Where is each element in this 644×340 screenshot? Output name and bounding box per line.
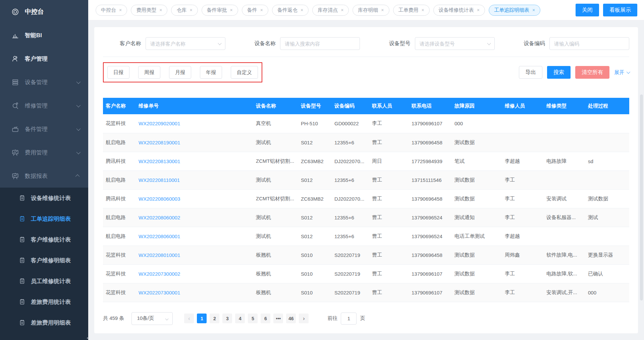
sidebar-subitem-employee-repair-stats[interactable]: 员工维修统计表 (0, 271, 88, 291)
goto-page: 前往 页 (327, 313, 365, 325)
table-cell: WX202207300002 (136, 264, 253, 283)
sidebar-subitem-travel-cost-stats[interactable]: 差旅费用统计表 (0, 291, 88, 312)
order-number-link[interactable]: WX202208190001 (139, 140, 180, 145)
page-button-3[interactable]: 3 (222, 314, 232, 323)
tab-list: 中控台 × 费用类型 × 仓库 × 备件审批 × 备件 × 备件返仓 × 库存清… (96, 5, 572, 16)
tab-inventory-check[interactable]: 库存清点 × (312, 5, 349, 16)
close-icon[interactable]: × (381, 8, 384, 12)
sidebar-item-cost-mgmt[interactable]: 费用管理 (0, 141, 88, 164)
goto-page-input[interactable] (341, 313, 357, 325)
sidebar-collapse-handle[interactable]: ◂ (87, 336, 89, 340)
close-icon[interactable]: × (159, 8, 162, 12)
close-icon[interactable]: × (532, 8, 535, 12)
table-header-row: 客户名称维修单号设备名称设备型号设备编码联系人员联系电话故障原因维修人员维修类型… (103, 98, 629, 114)
close-icon[interactable]: × (477, 8, 480, 12)
device-model-select[interactable] (415, 37, 495, 50)
tab-warehouse[interactable]: 仓库 × (171, 5, 198, 16)
table-cell: 13790696458 (409, 246, 452, 264)
page-button-1[interactable]: 1 (197, 314, 207, 323)
close-icon[interactable]: × (260, 8, 263, 12)
report-range-monthly[interactable]: 月报 (169, 66, 191, 79)
device-name-input[interactable] (280, 37, 360, 50)
tab-workorder-cost[interactable]: 工单费用 × (393, 5, 430, 16)
report-range-yearly[interactable]: 年报 (200, 66, 222, 79)
page-button-2[interactable]: 2 (210, 314, 219, 323)
table-cell: 13790696458 (409, 133, 452, 152)
sidebar-item-data-report[interactable]: 数据报表 (0, 164, 88, 188)
sidebar: 中控台 智能BI 客户管理 设备管理 维修管理 备件管理 费用管理 数据报表 设… (0, 0, 88, 340)
close-icon[interactable]: × (190, 8, 192, 12)
table-cell: 航启电路 (103, 227, 136, 246)
order-number-link[interactable]: WX202208060003 (139, 196, 180, 202)
order-number-link[interactable]: WX202208130001 (139, 158, 180, 164)
customer-name-select[interactable] (146, 37, 225, 50)
sidebar-subitem-workorder-tracking-detail[interactable]: 工单追踪明细表 (0, 208, 88, 229)
table-cell: 曹工 (369, 171, 409, 189)
page-button-46[interactable]: 46 (286, 314, 296, 323)
search-button[interactable]: 搜索 (547, 66, 571, 79)
order-number-link[interactable]: WX202207300002 (139, 271, 180, 277)
tab-workorder-tracking-detail[interactable]: 工单追踪明细表 × (489, 5, 540, 16)
sidebar-item-customer-mgmt[interactable]: 客户管理 (0, 47, 88, 70)
repair-icon (11, 102, 19, 110)
tab-console[interactable]: 中控台 × (96, 5, 127, 16)
tab-parts-approval[interactable]: 备件审批 × (202, 5, 238, 16)
sidebar-item-repair-mgmt[interactable]: 维修管理 (0, 94, 88, 117)
sidebar-item-label: 设备管理 (25, 78, 71, 86)
table-cell: WX202208060002 (136, 208, 253, 227)
table-cell: S012 (298, 227, 332, 246)
sidebar-subitem-customer-repair-stats[interactable]: 客户维修统计表 (0, 229, 88, 250)
page-size-value: 10条/页 (137, 315, 154, 322)
sidebar-item-parts-mgmt[interactable]: 备件管理 (0, 117, 88, 141)
page-button-4[interactable]: 4 (235, 314, 245, 323)
table-cell: WX202208060001 (136, 227, 253, 246)
sidebar-subitem-travel-cost-detail[interactable]: 差旅费用明细表 (0, 312, 88, 333)
tab-parts[interactable]: 备件 × (242, 5, 268, 16)
tab-parts-return[interactable]: 备件返仓 × (272, 5, 309, 16)
table-cell: 测试数据 (452, 133, 502, 152)
order-number-link[interactable]: WX202208060001 (139, 233, 180, 239)
sidebar-subitem-customer-repair-detail[interactable]: 客户维修明细表 (0, 250, 88, 271)
page-size-select[interactable]: 10条/页 (131, 312, 173, 325)
tab-device-repair-stats[interactable]: 设备维修统计表 × (433, 5, 485, 16)
sidebar-item-device-mgmt[interactable]: 设备管理 (0, 70, 88, 94)
prev-page-button[interactable]: ‹ (184, 314, 194, 323)
close-icon[interactable]: × (422, 8, 424, 12)
expand-toggle[interactable]: 展开 (614, 69, 629, 76)
order-number-link[interactable]: WX202208010001 (139, 252, 180, 258)
close-icon[interactable]: × (230, 8, 233, 12)
order-number-link[interactable]: WX202209020001 (139, 121, 180, 126)
device-code-input[interactable] (549, 37, 629, 50)
tab-label: 备件审批 (207, 7, 227, 13)
order-number-link[interactable]: WX202208060002 (139, 215, 180, 220)
tab-bar: 中控台 × 费用类型 × 仓库 × 备件审批 × 备件 × 备件返仓 × 库存清… (88, 0, 644, 20)
more-pages-button[interactable]: ••• (273, 314, 283, 323)
notebook-icon (19, 257, 25, 264)
table-cell: 航启电路 (103, 133, 136, 152)
order-number-link[interactable]: WX202207300001 (139, 290, 180, 295)
tab-label: 费用类型 (136, 7, 156, 13)
report-range-weekly[interactable]: 周报 (138, 66, 160, 79)
report-range-daily[interactable]: 日报 (107, 66, 129, 79)
sidebar-logo[interactable]: 中控台 (0, 0, 88, 23)
order-number-link[interactable]: WX202208110001 (139, 177, 180, 183)
close-button[interactable]: 关闭 (576, 4, 599, 16)
page-button-5[interactable]: 5 (248, 314, 258, 323)
close-icon[interactable]: × (119, 8, 122, 12)
table-cell: 13790696107 (409, 114, 452, 133)
board-display-button[interactable]: 看板展示 (603, 4, 637, 16)
page-button-6[interactable]: 6 (261, 314, 270, 323)
close-icon[interactable]: × (341, 8, 343, 12)
next-page-button[interactable]: › (299, 314, 309, 323)
tab-label: 中控台 (101, 7, 116, 13)
tab-inventory-detail[interactable]: 库存明细 × (353, 5, 389, 16)
sidebar-item-smart-bi[interactable]: 智能BI (0, 23, 88, 47)
close-icon[interactable]: × (301, 8, 303, 12)
sidebar-subitem-device-repair-stats[interactable]: 设备维修统计表 (0, 188, 88, 208)
scrollbar-thumb[interactable] (640, 94, 643, 300)
export-button[interactable]: 导出 (519, 66, 542, 79)
column-header: 处理过程 (585, 98, 629, 114)
clear-all-button[interactable]: 清空所有 (575, 66, 609, 79)
tab-cost-type[interactable]: 费用类型 × (131, 5, 167, 16)
report-range-custom[interactable]: 自定义 (231, 66, 258, 79)
